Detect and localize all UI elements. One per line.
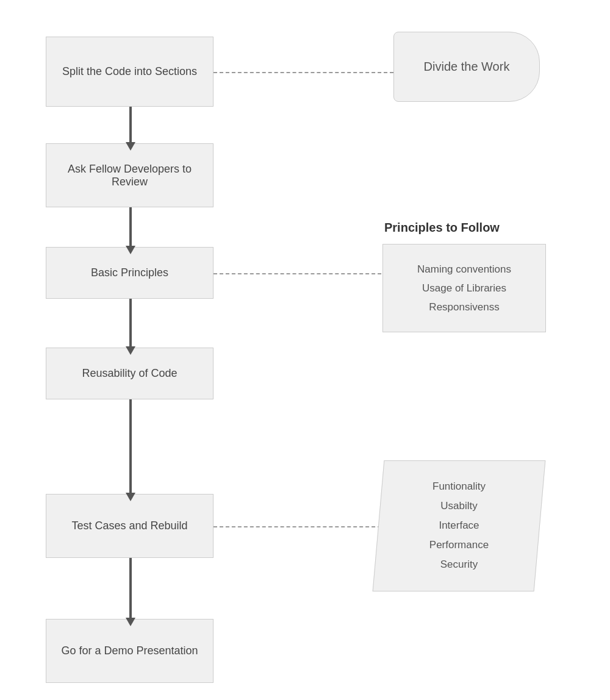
flow-box-ask-developers: Ask Fellow Developers to Review xyxy=(46,143,214,207)
principles-item-2: Usage of Libraries xyxy=(422,280,506,296)
test-item-1: Funtionality xyxy=(432,478,486,496)
diagram-container: Split the Code into Sections Ask Fellow … xyxy=(0,0,610,700)
test-item-3: Interface xyxy=(439,517,479,535)
principles-item-1: Naming conventions xyxy=(417,261,511,277)
dashed-line-3 xyxy=(214,526,393,527)
test-item-4: Performance xyxy=(429,537,489,554)
principles-item-3: Responsivenss xyxy=(429,299,499,315)
arrow-5 xyxy=(129,558,132,619)
dashed-line-2 xyxy=(214,273,393,274)
flow-box-split-code: Split the Code into Sections xyxy=(46,37,214,107)
right-box-divide-work: Divide the Work xyxy=(393,32,540,102)
principles-label: Principles to Follow xyxy=(384,221,500,235)
arrow-1 xyxy=(129,107,132,143)
flow-box-basic-principles: Basic Principles xyxy=(46,247,214,299)
dashed-line-1 xyxy=(214,72,393,73)
test-item-2: Usabilty xyxy=(440,498,477,515)
right-box-test-items: Funtionality Usabilty Interface Performa… xyxy=(378,460,540,591)
test-item-5: Security xyxy=(440,556,478,574)
arrow-4 xyxy=(129,399,132,494)
arrow-2 xyxy=(129,207,132,247)
flow-box-test-cases: Test Cases and Rebuild xyxy=(46,494,214,558)
flow-box-reusability: Reusability of Code xyxy=(46,348,214,399)
flow-box-demo: Go for a Demo Presentation xyxy=(46,619,214,683)
right-box-principles: Naming conventions Usage of Libraries Re… xyxy=(382,244,546,332)
arrow-3 xyxy=(129,299,132,348)
